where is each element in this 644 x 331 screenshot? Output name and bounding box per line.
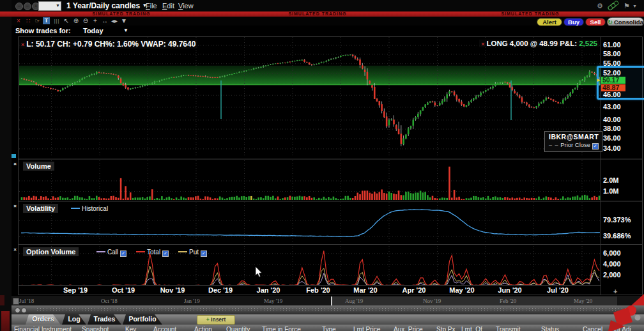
tab-log[interactable]: Log: [62, 314, 86, 325]
y-tick-label: 52.00: [603, 69, 621, 77]
close-option-volume-panel-button[interactable]: ×: [12, 247, 18, 252]
y-tick-label: 58.00: [603, 50, 621, 58]
timeline-label: Feb '20: [500, 298, 516, 304]
column-header[interactable]: Financial Instrument: [14, 326, 72, 331]
y-tick-label: 34.00: [603, 144, 621, 152]
prior-close-checkbox[interactable]: ✓: [592, 143, 599, 150]
x-tick-label: Oct '19: [112, 286, 135, 294]
column-header[interactable]: Status: [541, 326, 559, 331]
line-swatch: [136, 251, 145, 252]
column-header[interactable]: Action: [194, 326, 212, 331]
timeline-scrollbar[interactable]: Jul '18Oct '18Jan '19May '19Aug '19Nov '…: [12, 295, 644, 306]
call-legend[interactable]: Call ✓: [95, 249, 126, 257]
splitter-expand-button[interactable]: [21, 307, 27, 313]
dash-swatch: – –: [549, 142, 559, 148]
column-header[interactable]: Transmit: [496, 326, 521, 331]
volatility-legend: Historical: [69, 205, 108, 212]
scrollbar-home-button[interactable]: [13, 298, 19, 305]
y-tick-label: 39.686%: [603, 232, 631, 240]
column-header[interactable]: Cancel: [583, 326, 602, 331]
line-swatch: [96, 251, 105, 252]
trading-app-window: { "titlebar": { "title": "1 Year/Daily c…: [0, 0, 644, 331]
pnl-value: 2,525: [579, 40, 597, 47]
option-volume-panel-title[interactable]: Option Volume: [23, 247, 79, 256]
tab-orders[interactable]: Orders: [26, 314, 61, 325]
quote-header: ×L: 50.17 CH: +0.79 CH%: 1.60% VWAP: 49.…: [19, 40, 197, 49]
volatility-panel-title[interactable]: Volatility: [23, 204, 58, 213]
legend-prior-close[interactable]: – – Prior Close ✓: [549, 141, 602, 150]
total-checkbox[interactable]: ✓: [162, 250, 169, 257]
tab-trades[interactable]: Trades: [88, 314, 121, 325]
x-tick-label: Nov '19: [160, 286, 185, 294]
axis-plus-icon[interactable]: +: [613, 288, 617, 295]
y-tick-label: 55.00: [603, 59, 621, 67]
put-legend[interactable]: Put ✓: [176, 249, 207, 257]
x-tick-label: Jul '20: [547, 286, 569, 294]
timeline-label: May '20: [574, 298, 592, 304]
position-header: ×LONG 4,000 @ 48.99 P&L: 2,525: [479, 40, 599, 47]
charts-svg: [0, 0, 644, 331]
column-header[interactable]: Aux. Price: [394, 326, 423, 331]
timeline-label: Aug '19: [345, 298, 363, 304]
x-tick-label: Dec '19: [208, 286, 233, 294]
close-volume-panel-button[interactable]: ×: [12, 161, 18, 167]
y-tick-label: 1.0M: [603, 187, 618, 195]
column-header[interactable]: Stp Px: [436, 326, 455, 331]
y-tick-label: 43.00: [603, 103, 621, 111]
column-header[interactable]: Type: [322, 326, 336, 331]
timeline-label: Jul '18: [19, 298, 34, 304]
x-tick-label: Jan '20: [257, 286, 280, 294]
panel-splitter[interactable]: [12, 305, 644, 314]
close-volatility-panel-button[interactable]: ×: [12, 203, 18, 209]
orders-column-headers: Financial InstrumentSnapshotKeyAccountAc…: [12, 325, 644, 331]
column-header[interactable]: Lmt Price: [353, 326, 380, 331]
y-tick-label: 46.00: [603, 91, 621, 98]
timeline-label: May '19: [264, 298, 282, 304]
splitter-dots: [37, 311, 638, 311]
line-swatch: [178, 251, 187, 252]
x-tick-label: Jun '20: [498, 286, 521, 294]
chart-legend: IBKR@SMART – – Prior Close ✓: [544, 131, 602, 152]
put-checkbox[interactable]: ✓: [201, 250, 207, 257]
close-icon[interactable]: ×: [481, 41, 484, 47]
x-tick-label: Mar '20: [353, 286, 377, 294]
insert-column-button[interactable]: + Insert Column: [197, 315, 235, 325]
column-header[interactable]: Snapshot: [82, 326, 109, 331]
y-tick-label: 79.373%: [603, 216, 631, 224]
timeline-label: Oct '18: [101, 298, 118, 304]
y-tick-label: 2,000: [603, 271, 621, 279]
y-tick-label: 36.00: [603, 134, 621, 142]
close-icon[interactable]: ×: [21, 42, 24, 48]
line-swatch: [71, 208, 80, 209]
column-header[interactable]: Key: [125, 326, 136, 331]
column-header[interactable]: Aut Adj: [611, 326, 631, 331]
timeline-label: Nov '19: [423, 298, 441, 304]
column-header[interactable]: Account: [153, 326, 176, 331]
column-header[interactable]: Lmt. Of: [461, 326, 482, 331]
panel-resize-marker[interactable]: [12, 154, 16, 158]
last-price-tag: 50.17: [601, 77, 625, 84]
y-tick-label: 6,000: [603, 249, 621, 257]
y-tick-label: 2.0M: [603, 176, 618, 184]
total-legend[interactable]: Total ✓: [134, 249, 169, 257]
column-header[interactable]: Time in Force: [262, 326, 301, 331]
y-tick-label: 61.00: [603, 41, 621, 49]
volume-panel-title[interactable]: Volume: [23, 162, 54, 171]
bottom-tabs-bar: OrdersLogTradesPortfolio + Insert Column: [12, 314, 644, 325]
x-tick-label: May '20: [449, 286, 474, 294]
x-tick-label: Apr '20: [402, 286, 426, 294]
call-checkbox[interactable]: ✓: [120, 250, 126, 257]
y-tick-label: 40.00: [603, 116, 621, 123]
splitter-collapse-button[interactable]: [15, 307, 20, 313]
y-tick-label: 4,000: [603, 260, 621, 268]
column-header[interactable]: Quantity: [226, 326, 250, 331]
tab-portfolio[interactable]: Portfolio: [123, 314, 162, 325]
x-tick-label: Sep '19: [63, 286, 88, 294]
last-price-arrow-icon: ►: [596, 77, 601, 83]
legend-symbol: IBKR@SMART: [549, 133, 602, 141]
timeline-label: Jan '19: [184, 298, 200, 304]
y-tick-label: 38.00: [603, 125, 621, 132]
x-tick-label: Feb '20: [306, 286, 330, 294]
splitter-dots: [37, 308, 638, 309]
